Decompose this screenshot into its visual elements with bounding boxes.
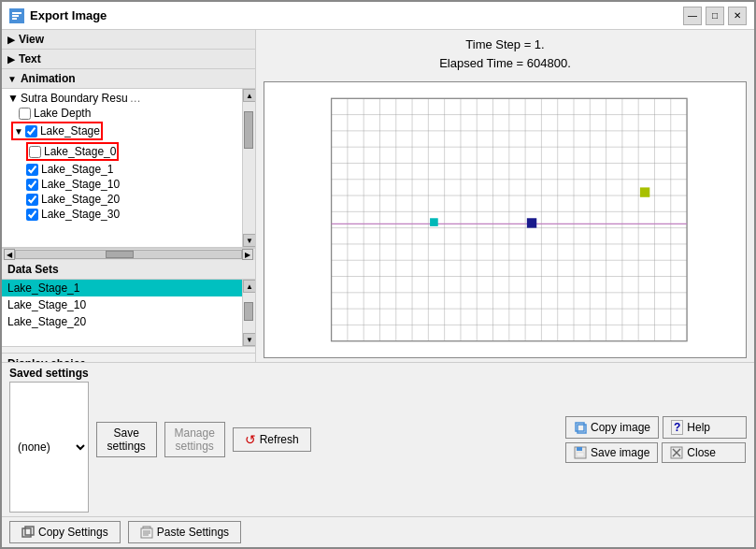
- tree-label-lake-stage-30: Lake_Stage_30: [41, 208, 120, 221]
- dataset-label-2: Lake_Stage_20: [7, 315, 86, 328]
- tree-item-lake-stage[interactable]: ▼ Lake_Stage: [4, 121, 253, 141]
- help-button[interactable]: ? Help: [663, 416, 747, 439]
- tree-item-lake-stage-10[interactable]: Lake_Stage_10: [4, 177, 253, 192]
- left-panel: ▶ View ▶ Text ▼ Animation ▼: [2, 30, 256, 362]
- dataset-label-1: Lake_Stage_10: [7, 298, 86, 311]
- save-image-button[interactable]: Save image: [565, 442, 658, 463]
- checkbox-lake-stage-30[interactable]: [26, 209, 38, 221]
- checkbox-lake-stage-1[interactable]: [26, 164, 38, 176]
- main-content: ▶ View ▶ Text ▼ Animation ▼: [2, 30, 754, 362]
- dataset-item-2[interactable]: Lake_Stage_20: [2, 313, 255, 330]
- view-arrow-icon: ▶: [7, 35, 15, 45]
- datasets-title: Data Sets: [7, 263, 59, 276]
- datasets-vscrollbar: ▲ ▼: [242, 280, 255, 346]
- close-label: Close: [687, 446, 716, 459]
- tree-item-lake-stage-1[interactable]: Lake_Stage_1: [4, 162, 253, 177]
- saved-settings-label: Saved settings: [9, 367, 89, 380]
- chart-area: [264, 81, 747, 358]
- tree-item-lake-stage-30[interactable]: Lake_Stage_30: [4, 207, 253, 222]
- paste-settings-button[interactable]: Paste Settings: [128, 521, 241, 543]
- svg-rect-48: [577, 453, 584, 456]
- save-image-label: Save image: [591, 446, 649, 459]
- tree-vscrollbar: ▲ ▼: [242, 89, 255, 247]
- hscroll-track[interactable]: [15, 250, 242, 259]
- tree-scroll[interactable]: ▼ Sutra Boundary Resu … Lake Depth: [2, 89, 255, 247]
- settings-dropdown[interactable]: (none): [9, 382, 89, 513]
- refresh-button[interactable]: ↺ Refresh: [233, 427, 311, 452]
- bottom-bar: Saved settings (none) Save settings Mana…: [2, 362, 754, 547]
- checkbox-lake-stage-20[interactable]: [26, 194, 38, 206]
- tree-area: ▼ Sutra Boundary Resu … Lake Depth: [2, 89, 255, 248]
- tree-expand-sutra[interactable]: ▼: [7, 92, 19, 105]
- datasets-vscroll-down[interactable]: ▼: [243, 333, 255, 346]
- checkbox-lake-stage-10[interactable]: [26, 179, 38, 191]
- copy-settings-icon: [21, 526, 35, 539]
- copy-settings-button[interactable]: Copy Settings: [9, 521, 121, 543]
- right-buttons: Copy image ? Help Save image: [565, 416, 747, 463]
- hscroll-thumb[interactable]: [106, 251, 134, 258]
- animation-arrow-icon: ▼: [7, 74, 17, 84]
- checkbox-lake-stage-0[interactable]: [29, 146, 41, 158]
- close-button[interactable]: Close: [662, 442, 746, 463]
- datasets-list[interactable]: Lake_Stage_1 Lake_Stage_10 Lake_Stage_20…: [2, 280, 255, 347]
- right-btn-row2: Save image Close: [565, 442, 747, 463]
- tree-item-sutra[interactable]: ▼ Sutra Boundary Resu …: [4, 91, 253, 106]
- tree-label-lake-stage-20: Lake_Stage_20: [41, 193, 120, 206]
- view-label: View: [19, 33, 44, 46]
- vscroll-down-btn[interactable]: ▼: [243, 234, 255, 247]
- tree-label-lake-stage-1: Lake_Stage_1: [41, 163, 113, 176]
- text-arrow-icon: ▶: [7, 54, 15, 65]
- datasets-vscroll-up[interactable]: ▲: [243, 280, 255, 293]
- dataset-item-0[interactable]: Lake_Stage_1: [2, 280, 255, 296]
- right-panel: Time Step = 1. Elapsed Time = 604800.: [256, 30, 754, 362]
- save-settings-button[interactable]: Save settings: [96, 422, 157, 457]
- data-point-yellow: [640, 187, 649, 196]
- checkbox-lake-depth[interactable]: [19, 108, 31, 120]
- checkbox-lake-stage[interactable]: [25, 125, 37, 137]
- animation-label: Animation: [21, 72, 76, 85]
- help-icon: ?: [671, 420, 683, 435]
- tree-hscrollbar[interactable]: ◀ ▶: [2, 248, 255, 260]
- scroll-indicator: …: [130, 92, 141, 105]
- tree-label-lake-depth: Lake Depth: [34, 107, 91, 120]
- restore-button[interactable]: □: [706, 7, 724, 25]
- text-section-header[interactable]: ▶ Text: [2, 50, 255, 69]
- copy-image-button[interactable]: Copy image: [565, 416, 659, 439]
- close-icon: [670, 446, 683, 459]
- tree-item-lake-depth[interactable]: Lake Depth: [4, 106, 253, 121]
- tree-label-sutra: Sutra Boundary Resu: [21, 92, 128, 105]
- window-icon: [9, 8, 24, 23]
- dataset-item-1[interactable]: Lake_Stage_10: [2, 296, 255, 313]
- svg-rect-3: [12, 18, 17, 20]
- datasets-vscroll-track[interactable]: [243, 293, 255, 333]
- hscroll-right-btn[interactable]: ▶: [242, 249, 253, 260]
- manage-settings-line2: settings: [176, 440, 214, 453]
- saved-settings-group: Saved settings (none): [9, 367, 89, 513]
- manage-settings-button[interactable]: Manage settings: [164, 422, 225, 457]
- hscroll-left-btn[interactable]: ◀: [4, 249, 15, 260]
- copy-settings-label: Copy Settings: [38, 526, 108, 539]
- bottom-row2: Copy Settings Paste Settings: [2, 516, 754, 547]
- paste-settings-icon: [140, 526, 153, 539]
- tree-expand-lake-stage[interactable]: ▼: [14, 126, 23, 137]
- datasets-vscroll-thumb[interactable]: [244, 302, 253, 321]
- dataset-label-0: Lake_Stage_1: [7, 282, 79, 295]
- tree-item-lake-stage-0[interactable]: Lake_Stage_0: [4, 141, 253, 162]
- tree-item-lake-stage-20[interactable]: Lake_Stage_20: [4, 192, 253, 207]
- copy-image-label: Copy image: [591, 421, 650, 434]
- view-section-header[interactable]: ▶ View: [2, 30, 255, 50]
- svg-rect-1: [12, 12, 21, 14]
- minimize-button[interactable]: —: [683, 7, 702, 25]
- paste-settings-label: Paste Settings: [157, 526, 229, 539]
- vscroll-thumb[interactable]: [244, 111, 253, 149]
- vscroll-up-btn[interactable]: ▲: [243, 89, 255, 102]
- animation-section-header[interactable]: ▼ Animation: [2, 69, 255, 89]
- vscroll-track[interactable]: [243, 102, 255, 234]
- right-btn-row1: Copy image ? Help: [565, 416, 747, 439]
- tree-label-lake-stage-0: Lake_Stage_0: [44, 145, 116, 158]
- tree-label-lake-stage-10: Lake_Stage_10: [41, 178, 120, 191]
- close-window-button[interactable]: ✕: [728, 7, 747, 25]
- manage-settings-line1: Manage: [175, 426, 215, 440]
- copy-image-icon: [574, 421, 587, 434]
- title-bar: Export Image — □ ✕: [2, 2, 754, 30]
